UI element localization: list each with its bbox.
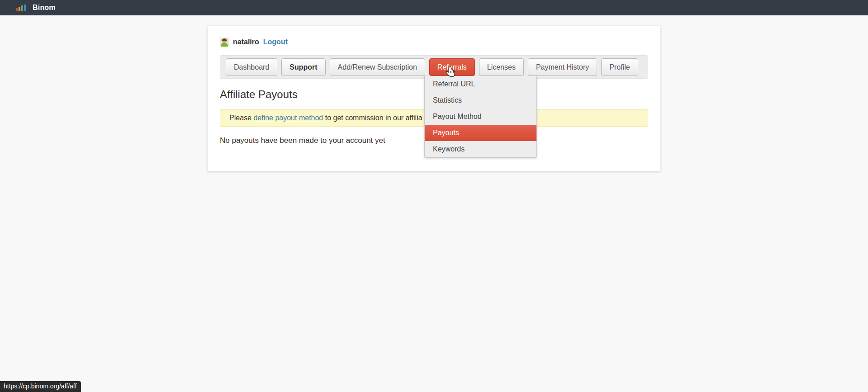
bar-chart-icon xyxy=(16,5,26,11)
nav-support-button[interactable]: Support xyxy=(281,58,325,76)
menu-item-referral-url[interactable]: Referral URL xyxy=(425,76,536,92)
hand-pointer-cursor xyxy=(445,66,457,80)
logout-link[interactable]: Logout xyxy=(263,38,288,46)
notice-text-suffix: to get commission in our affilia xyxy=(323,114,422,122)
nav-payment-history-button[interactable]: Payment History xyxy=(528,58,597,76)
link-preview-statusbar: https://cp.binom.org/aff/aff xyxy=(0,381,81,392)
main-card: nataliro Logout Dashboard Support Add/Re… xyxy=(208,26,660,171)
page: { "topbar": { "brand": "Binom" }, "user"… xyxy=(0,0,868,392)
main-nav: Dashboard Support Add/Renew Subscription… xyxy=(220,55,648,79)
topbar: Binom xyxy=(0,0,868,15)
brand-title: Binom xyxy=(33,4,56,12)
nav-profile-button[interactable]: Profile xyxy=(601,58,638,76)
username: nataliro xyxy=(233,38,259,46)
nav-dashboard-button[interactable]: Dashboard xyxy=(226,58,277,76)
menu-item-payout-method[interactable]: Payout Method xyxy=(425,109,536,125)
user-row: nataliro Logout xyxy=(220,37,648,47)
person-avatar-icon xyxy=(220,38,229,47)
menu-item-keywords[interactable]: Keywords xyxy=(425,141,536,157)
referrals-dropdown-menu: Referral URL Statistics Payout Method Pa… xyxy=(424,76,537,158)
nav-add-renew-subscription-button[interactable]: Add/Renew Subscription xyxy=(330,58,425,76)
menu-item-payouts[interactable]: Payouts xyxy=(425,125,536,141)
define-payout-method-link[interactable]: define payout method xyxy=(253,114,323,122)
notice-text-prefix: Please xyxy=(229,114,253,122)
nav-licenses-button[interactable]: Licenses xyxy=(479,58,524,76)
menu-item-statistics[interactable]: Statistics xyxy=(425,92,536,109)
